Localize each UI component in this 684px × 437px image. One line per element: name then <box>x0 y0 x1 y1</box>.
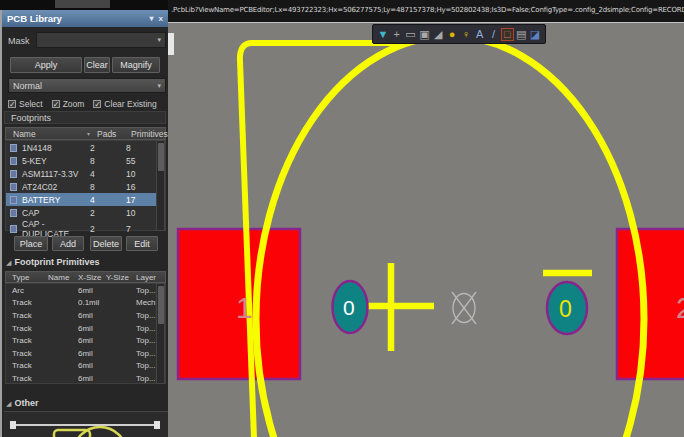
component-icon[interactable]: □ <box>501 28 514 41</box>
primitive-row[interactable]: Track6milTop... <box>6 360 165 373</box>
footprints-scrollbar[interactable] <box>156 140 165 231</box>
chevron-down-icon: ▾ <box>157 82 161 90</box>
footprint-icon <box>10 209 17 217</box>
primitive-row[interactable]: Arc6milTop... <box>6 284 165 297</box>
column-y-size[interactable]: Y-Size <box>106 273 136 282</box>
room-icon[interactable]: ▭ <box>404 29 417 40</box>
primitive-row[interactable]: Track6milTop... <box>6 322 165 335</box>
clear-button[interactable]: Clear <box>84 57 110 73</box>
primitive-xsize: 6mil <box>78 336 106 345</box>
primitives-list: Arc6milTop...Track0.1milMech...Track6mil… <box>5 283 166 384</box>
line-icon[interactable]: / <box>487 29 500 40</box>
footprint-icon <box>10 157 17 165</box>
apply-button[interactable]: Apply <box>10 57 82 73</box>
footprint-icon <box>10 225 17 233</box>
column-name[interactable]: Name <box>48 273 78 282</box>
expand-arrow-icon: ◢ <box>6 400 11 407</box>
pcb-canvas-area: .PcbLib?ViewName=PCBEditor;Lx=493722323;… <box>168 0 684 437</box>
checkbox-icon[interactable]: ✓ <box>93 100 101 108</box>
edit-button[interactable]: Edit <box>126 236 158 251</box>
other-section-header[interactable]: ◢Other <box>6 398 38 408</box>
primitives-scrollbar[interactable] <box>156 283 165 384</box>
footprint-pads: 2 <box>90 143 126 153</box>
checkbox-icon[interactable]: ✓ <box>8 100 16 108</box>
footprint-row-1n4148[interactable]: 1N414828 <box>6 141 165 154</box>
add-button[interactable]: Add <box>52 236 84 251</box>
footprint-name: ASM1117-3.3V <box>22 169 90 179</box>
via-icon[interactable]: ♀ <box>459 29 472 40</box>
delete-button[interactable]: Delete <box>90 236 122 251</box>
primitive-row[interactable]: Track6milTop... <box>6 372 165 385</box>
close-icon[interactable]: x <box>159 14 163 23</box>
pad-2-rect[interactable] <box>617 229 684 379</box>
footprints-section-header[interactable]: Footprints <box>4 111 166 124</box>
primitive-xsize: 6mil <box>78 349 106 358</box>
footprint-name: CAP <box>22 208 90 218</box>
primitives-section-header[interactable]: ◢Footprint Primitives <box>6 257 99 267</box>
pad-round-icon[interactable]: ● <box>446 29 459 40</box>
primitive-type: Track <box>12 298 48 307</box>
primitive-type: Track <box>12 311 48 320</box>
column-type[interactable]: Type <box>12 273 48 282</box>
footprint-row-5-key[interactable]: 5-KEY855 <box>6 154 165 167</box>
place-board-icon[interactable]: ◪ <box>529 29 542 40</box>
column-name[interactable]: Name <box>13 129 87 139</box>
column-pads[interactable]: Pads <box>97 129 131 139</box>
primitive-row[interactable]: Track0.1milMech... <box>6 297 165 310</box>
footprint-row-asm1117-3.3v[interactable]: ASM1117-3.3V410 <box>6 167 165 180</box>
footprint-icon <box>10 170 17 178</box>
footprint-preview-pane[interactable] <box>4 411 168 437</box>
silkscreen-circle[interactable] <box>256 36 644 437</box>
place-button[interactable]: Place <box>14 236 48 251</box>
crosshair-icon[interactable]: + <box>390 29 403 40</box>
footprint-row-cap[interactable]: CAP210 <box>6 206 165 219</box>
footprint-pads: 8 <box>90 182 126 192</box>
magnify-button[interactable]: Magnify <box>112 57 160 73</box>
knife-icon[interactable]: ◢ <box>432 29 445 40</box>
panel-edge-sliver <box>168 33 174 55</box>
column-layer[interactable]: Layer <box>136 273 165 282</box>
mode-dropdown[interactable]: Normal ▾ <box>8 78 166 93</box>
pcb-editor-window: PCB Library ▾ x Mask ▾ Apply Clear Magni… <box>0 0 684 437</box>
footprint-row-cap-duplicate[interactable]: CAP - DUPLICATE27 <box>6 219 165 232</box>
primitive-row[interactable]: Track6milTop... <box>6 334 165 347</box>
pad-right-label: 0 <box>559 296 572 322</box>
primitive-xsize: 6mil <box>78 311 106 320</box>
top-strip-button[interactable] <box>55 0 110 8</box>
checkbox-clear-existing[interactable]: ✓Clear Existing <box>93 98 156 109</box>
footprint-pads: 2 <box>90 208 126 218</box>
footprints-table-header[interactable]: Name ▾ Pads Primitives <box>5 127 166 140</box>
column-primitives[interactable]: Primitives <box>131 129 168 139</box>
footprint-pads: 8 <box>90 156 126 166</box>
footprints-list: 1N4148285-KEY855ASM1117-3.3V410AT24C0281… <box>5 140 166 231</box>
checkbox-icon[interactable]: ✓ <box>52 100 60 108</box>
primitive-row[interactable]: Track6milTop... <box>6 309 165 322</box>
primitive-xsize: 6mil <box>78 374 106 383</box>
pad-left-label: 0 <box>343 296 355 319</box>
primitive-xsize: 6mil <box>78 286 106 295</box>
filter-icon[interactable]: ▼ <box>376 29 389 40</box>
array-icon[interactable]: ▤ <box>515 29 528 40</box>
pcb-drawing-field[interactable]: 1 2 0 0 <box>168 22 684 437</box>
panel-title-bar[interactable]: PCB Library ▾ x <box>2 10 168 27</box>
footprint-name: AT24C02 <box>22 182 90 192</box>
footprint-pads: 4 <box>90 195 126 205</box>
pin-icon[interactable]: ▾ <box>150 14 154 23</box>
primitive-row[interactable]: Track6milTop... <box>6 347 165 360</box>
column-x-size[interactable]: X-Size <box>78 273 106 282</box>
expand-arrow-icon: ◢ <box>6 259 11 266</box>
footprint-row-at24c02[interactable]: AT24C02816 <box>6 180 165 193</box>
primitive-type: Track <box>12 374 48 383</box>
footprint-pads: 4 <box>90 169 126 179</box>
mask-label: Mask <box>8 36 30 46</box>
floating-toolbar: ▼+▭▣◢●♀A/□▤◪ <box>372 24 546 44</box>
pcb-library-panel: PCB Library ▾ x Mask ▾ Apply Clear Magni… <box>0 10 168 437</box>
pad-shape-icon[interactable]: ▣ <box>418 29 431 40</box>
mask-dropdown[interactable]: ▾ <box>36 32 166 48</box>
footprint-row-battery[interactable]: BATTERY417 <box>6 193 165 206</box>
pad-1-label: 1 <box>236 291 253 324</box>
checkbox-zoom[interactable]: ✓Zoom <box>52 98 85 109</box>
string-icon[interactable]: A <box>473 29 486 40</box>
checkbox-select[interactable]: ✓Select <box>8 98 43 109</box>
primitives-table-header[interactable]: TypeNameX-SizeY-SizeLayer <box>5 271 166 283</box>
